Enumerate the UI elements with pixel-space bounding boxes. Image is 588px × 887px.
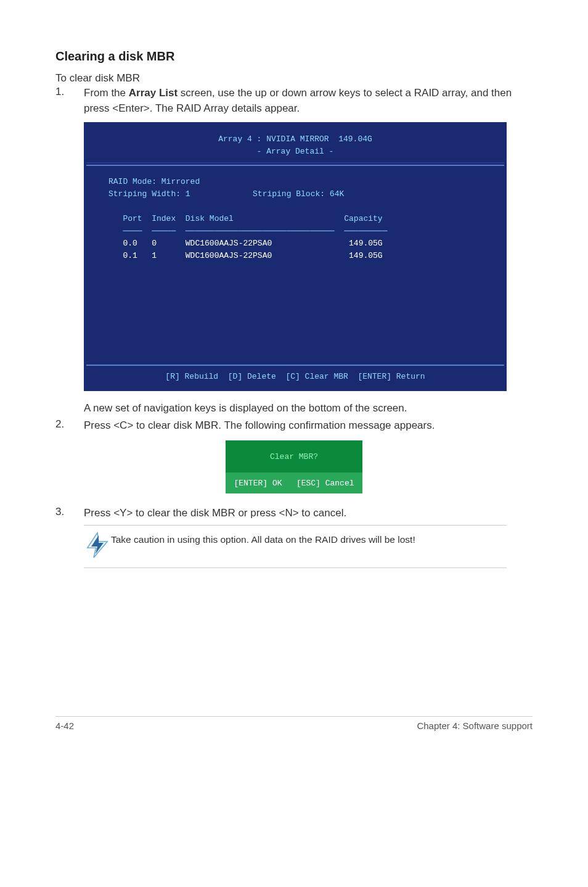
step-body: Press <C> to clear disk MBR. The followi… (84, 418, 435, 434)
bios-striping: Striping Width: 1 Striping Block: 64K (108, 188, 487, 200)
bios-footer: [R] Rebuild [D] Delete [C] Clear MBR [EN… (86, 366, 504, 389)
section-heading: Clearing a disk MBR (55, 49, 533, 64)
footer-page-number: 4-42 (55, 720, 74, 731)
step-body: From the Array List screen, use the up o… (84, 86, 533, 116)
step-1: 1. From the Array List screen, use the u… (55, 86, 533, 116)
after-bios-text: A new set of navigation keys is displaye… (84, 402, 533, 415)
bios-blank (108, 200, 487, 213)
step-body: Press <Y> to clear the disk MBR or press… (84, 506, 346, 521)
caution-block: Take caution in using this option. All d… (84, 525, 507, 568)
confirm-dialog: Clear MBR? [ENTER] OK [ESC] Cancel (226, 440, 362, 493)
caution-text: Take caution in using this option. All d… (111, 530, 415, 545)
bios-title-line1: Array 4 : NVIDIA MIRROR 149.04G (86, 133, 504, 146)
confirm-question: Clear MBR? (226, 440, 362, 472)
step-number: 1. (55, 86, 84, 116)
bios-body: RAID Mode: Mirrored Striping Width: 1 St… (86, 166, 504, 365)
lightning-icon (84, 530, 111, 559)
step-number: 3. (55, 506, 84, 521)
bios-raid-mode: RAID Mode: Mirrored (108, 176, 487, 188)
step-number: 2. (55, 418, 84, 434)
step-2: 2. Press <C> to clear disk MBR. The foll… (55, 418, 533, 434)
footer-chapter: Chapter 4: Software support (417, 720, 533, 731)
bios-array-detail-screen: Array 4 : NVIDIA MIRROR 149.04G - Array … (84, 122, 507, 390)
bios-title: Array 4 : NVIDIA MIRROR 149.04G - Array … (86, 125, 504, 164)
bios-row-1: 0.0 0 WDC1600AAJS-22PSA0 149.05G (108, 237, 487, 250)
step-3: 3. Press <Y> to clear the disk MBR or pr… (55, 506, 533, 521)
step1-text-a: From the (84, 87, 129, 99)
intro-text: To clear disk MBR (55, 72, 533, 85)
bios-title-line2: - Array Detail - (86, 146, 504, 158)
confirm-buttons: [ENTER] OK [ESC] Cancel (226, 472, 362, 493)
step1-bold: Array List (129, 87, 178, 99)
bios-row-2: 0.1 1 WDC1600AAJS-22PSA0 149.05G (108, 250, 487, 262)
bios-cols-underline: ──── ───── ─────────────────────────────… (108, 225, 487, 237)
bios-cols-header: Port Index Disk Model Capacity (108, 213, 487, 225)
page-footer: 4-42 Chapter 4: Software support (55, 716, 533, 731)
